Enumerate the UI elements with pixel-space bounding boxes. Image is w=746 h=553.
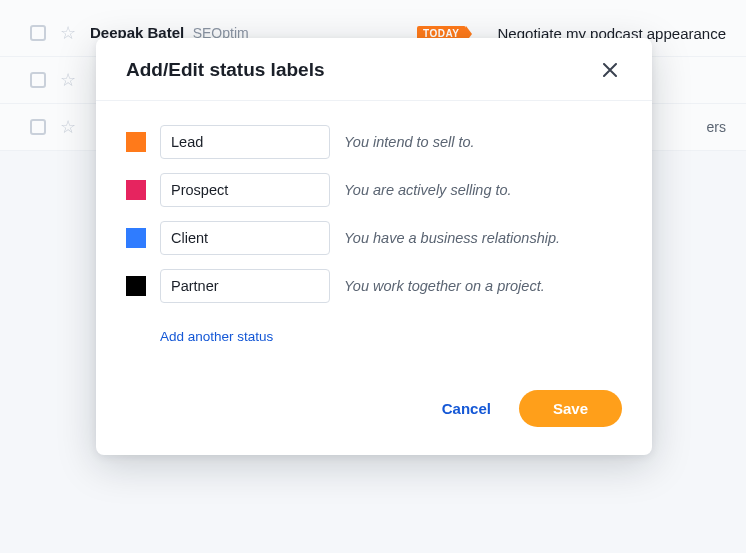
color-swatch[interactable] bbox=[126, 180, 146, 200]
add-status-link[interactable]: Add another status bbox=[160, 329, 273, 344]
modal-body: You intend to sell to.You are actively s… bbox=[96, 101, 652, 360]
save-button[interactable]: Save bbox=[519, 390, 622, 427]
color-swatch[interactable] bbox=[126, 276, 146, 296]
modal-title: Add/Edit status labels bbox=[126, 59, 324, 81]
cancel-button[interactable]: Cancel bbox=[436, 392, 497, 425]
status-description: You work together on a project. bbox=[344, 278, 545, 294]
close-icon bbox=[603, 63, 617, 77]
color-swatch[interactable] bbox=[126, 132, 146, 152]
status-modal: Add/Edit status labels You intend to sel… bbox=[96, 38, 652, 455]
status-row: You are actively selling to. bbox=[126, 173, 622, 207]
modal-header: Add/Edit status labels bbox=[96, 38, 652, 101]
close-button[interactable] bbox=[598, 58, 622, 82]
status-description: You have a business relationship. bbox=[344, 230, 560, 246]
status-row: You work together on a project. bbox=[126, 269, 622, 303]
modal-footer: Cancel Save bbox=[96, 360, 652, 455]
status-label-input[interactable] bbox=[160, 269, 330, 303]
status-row: You have a business relationship. bbox=[126, 221, 622, 255]
status-label-input[interactable] bbox=[160, 173, 330, 207]
modal-overlay: Add/Edit status labels You intend to sel… bbox=[0, 0, 746, 553]
status-description: You are actively selling to. bbox=[344, 182, 512, 198]
status-description: You intend to sell to. bbox=[344, 134, 475, 150]
color-swatch[interactable] bbox=[126, 228, 146, 248]
status-row: You intend to sell to. bbox=[126, 125, 622, 159]
status-label-input[interactable] bbox=[160, 221, 330, 255]
status-label-input[interactable] bbox=[160, 125, 330, 159]
